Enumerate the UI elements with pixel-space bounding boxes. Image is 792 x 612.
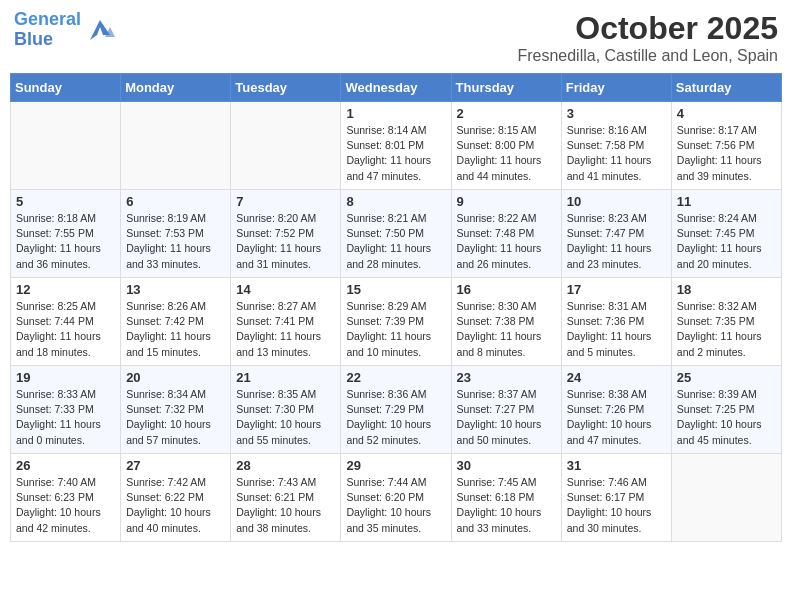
day-number: 9: [457, 194, 556, 209]
day-cell-27: 27Sunrise: 7:42 AM Sunset: 6:22 PM Dayli…: [121, 454, 231, 542]
logo-general: General: [14, 9, 81, 29]
weekday-sunday: Sunday: [11, 74, 121, 102]
day-number: 6: [126, 194, 225, 209]
day-info: Sunrise: 8:27 AM Sunset: 7:41 PM Dayligh…: [236, 299, 335, 360]
day-number: 1: [346, 106, 445, 121]
weekday-friday: Friday: [561, 74, 671, 102]
day-info: Sunrise: 8:23 AM Sunset: 7:47 PM Dayligh…: [567, 211, 666, 272]
weekday-saturday: Saturday: [671, 74, 781, 102]
day-cell-5: 5Sunrise: 8:18 AM Sunset: 7:55 PM Daylig…: [11, 190, 121, 278]
day-number: 19: [16, 370, 115, 385]
day-info: Sunrise: 8:19 AM Sunset: 7:53 PM Dayligh…: [126, 211, 225, 272]
day-cell-10: 10Sunrise: 8:23 AM Sunset: 7:47 PM Dayli…: [561, 190, 671, 278]
day-number: 13: [126, 282, 225, 297]
day-number: 27: [126, 458, 225, 473]
day-info: Sunrise: 7:46 AM Sunset: 6:17 PM Dayligh…: [567, 475, 666, 536]
day-info: Sunrise: 7:40 AM Sunset: 6:23 PM Dayligh…: [16, 475, 115, 536]
day-number: 17: [567, 282, 666, 297]
day-cell-21: 21Sunrise: 8:35 AM Sunset: 7:30 PM Dayli…: [231, 366, 341, 454]
day-cell-18: 18Sunrise: 8:32 AM Sunset: 7:35 PM Dayli…: [671, 278, 781, 366]
day-number: 10: [567, 194, 666, 209]
day-number: 21: [236, 370, 335, 385]
day-number: 11: [677, 194, 776, 209]
day-cell-26: 26Sunrise: 7:40 AM Sunset: 6:23 PM Dayli…: [11, 454, 121, 542]
day-number: 4: [677, 106, 776, 121]
day-info: Sunrise: 8:33 AM Sunset: 7:33 PM Dayligh…: [16, 387, 115, 448]
day-cell-14: 14Sunrise: 8:27 AM Sunset: 7:41 PM Dayli…: [231, 278, 341, 366]
empty-cell: [121, 102, 231, 190]
day-number: 31: [567, 458, 666, 473]
day-info: Sunrise: 8:25 AM Sunset: 7:44 PM Dayligh…: [16, 299, 115, 360]
weekday-header-row: SundayMondayTuesdayWednesdayThursdayFrid…: [11, 74, 782, 102]
day-number: 26: [16, 458, 115, 473]
day-cell-20: 20Sunrise: 8:34 AM Sunset: 7:32 PM Dayli…: [121, 366, 231, 454]
day-info: Sunrise: 8:31 AM Sunset: 7:36 PM Dayligh…: [567, 299, 666, 360]
day-number: 3: [567, 106, 666, 121]
weekday-thursday: Thursday: [451, 74, 561, 102]
day-cell-22: 22Sunrise: 8:36 AM Sunset: 7:29 PM Dayli…: [341, 366, 451, 454]
logo-text: General Blue: [14, 10, 81, 50]
day-cell-19: 19Sunrise: 8:33 AM Sunset: 7:33 PM Dayli…: [11, 366, 121, 454]
day-cell-1: 1Sunrise: 8:14 AM Sunset: 8:01 PM Daylig…: [341, 102, 451, 190]
day-number: 12: [16, 282, 115, 297]
week-row-1: 1Sunrise: 8:14 AM Sunset: 8:01 PM Daylig…: [11, 102, 782, 190]
day-info: Sunrise: 8:34 AM Sunset: 7:32 PM Dayligh…: [126, 387, 225, 448]
day-number: 24: [567, 370, 666, 385]
day-info: Sunrise: 8:14 AM Sunset: 8:01 PM Dayligh…: [346, 123, 445, 184]
day-cell-25: 25Sunrise: 8:39 AM Sunset: 7:25 PM Dayli…: [671, 366, 781, 454]
day-info: Sunrise: 8:17 AM Sunset: 7:56 PM Dayligh…: [677, 123, 776, 184]
day-number: 7: [236, 194, 335, 209]
day-info: Sunrise: 8:39 AM Sunset: 7:25 PM Dayligh…: [677, 387, 776, 448]
day-cell-16: 16Sunrise: 8:30 AM Sunset: 7:38 PM Dayli…: [451, 278, 561, 366]
day-number: 22: [346, 370, 445, 385]
empty-cell: [11, 102, 121, 190]
day-number: 20: [126, 370, 225, 385]
weekday-tuesday: Tuesday: [231, 74, 341, 102]
day-number: 2: [457, 106, 556, 121]
day-number: 30: [457, 458, 556, 473]
day-info: Sunrise: 7:44 AM Sunset: 6:20 PM Dayligh…: [346, 475, 445, 536]
day-cell-12: 12Sunrise: 8:25 AM Sunset: 7:44 PM Dayli…: [11, 278, 121, 366]
day-info: Sunrise: 8:32 AM Sunset: 7:35 PM Dayligh…: [677, 299, 776, 360]
day-cell-6: 6Sunrise: 8:19 AM Sunset: 7:53 PM Daylig…: [121, 190, 231, 278]
day-info: Sunrise: 8:26 AM Sunset: 7:42 PM Dayligh…: [126, 299, 225, 360]
week-row-2: 5Sunrise: 8:18 AM Sunset: 7:55 PM Daylig…: [11, 190, 782, 278]
day-cell-30: 30Sunrise: 7:45 AM Sunset: 6:18 PM Dayli…: [451, 454, 561, 542]
day-number: 16: [457, 282, 556, 297]
day-cell-13: 13Sunrise: 8:26 AM Sunset: 7:42 PM Dayli…: [121, 278, 231, 366]
day-info: Sunrise: 8:36 AM Sunset: 7:29 PM Dayligh…: [346, 387, 445, 448]
empty-cell: [671, 454, 781, 542]
month-title: October 2025: [517, 10, 778, 47]
logo: General Blue: [14, 10, 115, 50]
day-info: Sunrise: 8:15 AM Sunset: 8:00 PM Dayligh…: [457, 123, 556, 184]
day-info: Sunrise: 8:16 AM Sunset: 7:58 PM Dayligh…: [567, 123, 666, 184]
day-cell-2: 2Sunrise: 8:15 AM Sunset: 8:00 PM Daylig…: [451, 102, 561, 190]
day-number: 14: [236, 282, 335, 297]
day-cell-9: 9Sunrise: 8:22 AM Sunset: 7:48 PM Daylig…: [451, 190, 561, 278]
day-cell-11: 11Sunrise: 8:24 AM Sunset: 7:45 PM Dayli…: [671, 190, 781, 278]
day-info: Sunrise: 8:38 AM Sunset: 7:26 PM Dayligh…: [567, 387, 666, 448]
day-number: 5: [16, 194, 115, 209]
logo-blue: Blue: [14, 29, 53, 49]
day-info: Sunrise: 8:22 AM Sunset: 7:48 PM Dayligh…: [457, 211, 556, 272]
day-info: Sunrise: 8:24 AM Sunset: 7:45 PM Dayligh…: [677, 211, 776, 272]
day-info: Sunrise: 7:45 AM Sunset: 6:18 PM Dayligh…: [457, 475, 556, 536]
day-cell-3: 3Sunrise: 8:16 AM Sunset: 7:58 PM Daylig…: [561, 102, 671, 190]
day-info: Sunrise: 8:29 AM Sunset: 7:39 PM Dayligh…: [346, 299, 445, 360]
day-info: Sunrise: 7:42 AM Sunset: 6:22 PM Dayligh…: [126, 475, 225, 536]
day-cell-23: 23Sunrise: 8:37 AM Sunset: 7:27 PM Dayli…: [451, 366, 561, 454]
day-cell-4: 4Sunrise: 8:17 AM Sunset: 7:56 PM Daylig…: [671, 102, 781, 190]
day-info: Sunrise: 8:30 AM Sunset: 7:38 PM Dayligh…: [457, 299, 556, 360]
day-number: 15: [346, 282, 445, 297]
weekday-monday: Monday: [121, 74, 231, 102]
day-info: Sunrise: 7:43 AM Sunset: 6:21 PM Dayligh…: [236, 475, 335, 536]
page-header: General Blue October 2025 Fresnedilla, C…: [10, 10, 782, 65]
day-cell-8: 8Sunrise: 8:21 AM Sunset: 7:50 PM Daylig…: [341, 190, 451, 278]
day-cell-24: 24Sunrise: 8:38 AM Sunset: 7:26 PM Dayli…: [561, 366, 671, 454]
day-info: Sunrise: 8:35 AM Sunset: 7:30 PM Dayligh…: [236, 387, 335, 448]
day-number: 28: [236, 458, 335, 473]
day-info: Sunrise: 8:37 AM Sunset: 7:27 PM Dayligh…: [457, 387, 556, 448]
day-number: 25: [677, 370, 776, 385]
day-cell-31: 31Sunrise: 7:46 AM Sunset: 6:17 PM Dayli…: [561, 454, 671, 542]
day-info: Sunrise: 8:21 AM Sunset: 7:50 PM Dayligh…: [346, 211, 445, 272]
